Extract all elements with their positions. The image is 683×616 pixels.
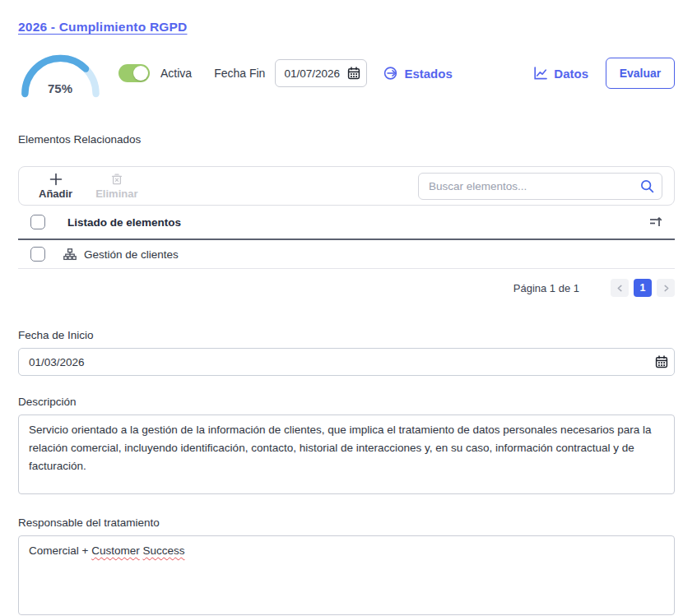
estados-label: Estados (404, 67, 452, 81)
table-row[interactable]: Gestión de clientes (18, 240, 675, 269)
login-circle-icon (383, 66, 398, 81)
gauge-percent-label: 75% (18, 81, 102, 95)
active-toggle-label: Activa (160, 67, 192, 80)
active-toggle[interactable] (118, 64, 150, 82)
estados-link[interactable]: Estados (383, 66, 452, 81)
search-field (418, 173, 662, 200)
delete-button-label: Eliminar (95, 188, 137, 200)
chevron-right-icon (662, 285, 670, 292)
row-label: Gestión de clientes (84, 248, 179, 261)
related-toolbar: Añadir Eliminar (18, 166, 675, 206)
responsable-misspelled-word-1: Customer (91, 544, 140, 557)
descripcion-textarea[interactable]: Servicio orientado a la gestión de la in… (18, 415, 675, 494)
progress-gauge: 75% (18, 45, 102, 101)
related-section-label: Elementos Relacionados (18, 133, 675, 146)
add-element-button[interactable]: Añadir (39, 173, 72, 200)
current-page-button[interactable]: 1 (634, 279, 652, 297)
fecha-fin-field (275, 59, 367, 87)
chart-line-icon (533, 66, 548, 81)
add-button-label: Añadir (39, 188, 72, 200)
fecha-inicio-input[interactable] (18, 348, 675, 376)
sort-asc-icon[interactable] (648, 215, 663, 229)
descripcion-field: Descripción Servicio orientado a la gest… (18, 396, 675, 494)
responsable-field: Responsable del tratamiento Comercial + … (18, 516, 675, 615)
pagination: Página 1 de 1 1 (18, 278, 675, 298)
row-checkbox[interactable] (30, 247, 45, 262)
prev-page-button[interactable] (611, 279, 629, 297)
toggle-knob (133, 66, 148, 81)
plus-icon (49, 173, 63, 186)
elements-table-header: Listado de elementos (18, 206, 675, 240)
calendar-icon[interactable] (655, 355, 668, 368)
header-bar: 75% Activa Fecha Fin Estados Datos Evalu… (18, 44, 675, 102)
search-input[interactable] (418, 173, 662, 200)
responsable-misspelled-word-2: Success (142, 544, 184, 557)
evaluar-button[interactable]: Evaluar (606, 58, 675, 89)
chevron-left-icon (616, 285, 624, 292)
calendar-icon[interactable] (347, 67, 360, 80)
pagination-text: Página 1 de 1 (513, 282, 579, 294)
trash-icon (110, 173, 123, 186)
fecha-fin-label: Fecha Fin (214, 67, 265, 80)
fecha-inicio-label: Fecha de Inicio (18, 329, 675, 341)
datos-label: Datos (554, 67, 588, 81)
datos-link[interactable]: Datos (533, 66, 588, 81)
responsable-label: Responsable del tratamiento (18, 516, 675, 529)
search-icon[interactable] (640, 179, 654, 193)
select-all-checkbox[interactable] (30, 215, 45, 229)
responsable-text: Comercial + (29, 544, 91, 557)
next-page-button[interactable] (657, 279, 675, 297)
responsable-textarea[interactable]: Comercial + Customer Success (18, 535, 675, 615)
fecha-inicio-field: Fecha de Inicio (18, 329, 675, 376)
table-header-label: Listado de elementos (67, 216, 181, 229)
sitemap-icon (63, 248, 77, 261)
delete-element-button[interactable]: Eliminar (95, 173, 137, 200)
record-title-link[interactable]: 2026 - Cumplimiento RGPD (18, 20, 187, 35)
page: 2026 - Cumplimiento RGPD 75% Activa Fech… (0, 0, 683, 615)
descripcion-label: Descripción (18, 396, 675, 408)
